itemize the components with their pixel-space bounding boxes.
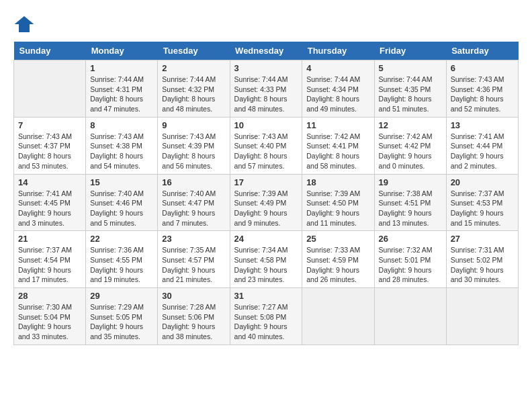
day-info: Sunrise: 7:44 AMSunset: 4:34 PMDaylight:… [306, 75, 369, 114]
weekday-header-row: SundayMondayTuesdayWednesdayThursdayFrid… [14, 42, 519, 60]
day-info: Sunrise: 7:44 AMSunset: 4:31 PMDaylight:… [90, 75, 153, 114]
week-row-2: 7Sunrise: 7:43 AMSunset: 4:37 PMDaylight… [14, 117, 519, 174]
day-number: 30 [162, 291, 225, 301]
weekday-header-saturday: Saturday [446, 42, 518, 60]
day-info: Sunrise: 7:43 AMSunset: 4:37 PMDaylight:… [18, 132, 81, 171]
day-number: 10 [234, 120, 298, 130]
calendar-cell: 28Sunrise: 7:30 AMSunset: 5:04 PMDayligh… [14, 288, 86, 345]
weekday-header-sunday: Sunday [14, 42, 86, 60]
day-info: Sunrise: 7:44 AMSunset: 4:33 PMDaylight:… [234, 75, 298, 114]
day-number: 20 [451, 177, 514, 187]
calendar-cell: 12Sunrise: 7:42 AMSunset: 4:42 PMDayligh… [374, 117, 446, 174]
calendar-cell: 27Sunrise: 7:31 AMSunset: 5:02 PMDayligh… [446, 231, 518, 288]
day-info: Sunrise: 7:32 AMSunset: 5:01 PMDaylight:… [379, 245, 442, 285]
calendar-cell: 13Sunrise: 7:41 AMSunset: 4:44 PMDayligh… [446, 117, 518, 174]
day-number: 17 [234, 177, 298, 187]
day-info: Sunrise: 7:28 AMSunset: 5:06 PMDaylight:… [162, 302, 225, 342]
day-number: 31 [234, 291, 298, 301]
day-info: Sunrise: 7:38 AMSunset: 4:51 PMDaylight:… [379, 189, 442, 228]
day-info: Sunrise: 7:44 AMSunset: 4:32 PMDaylight:… [162, 75, 225, 114]
day-number: 29 [90, 291, 153, 301]
day-info: Sunrise: 7:40 AMSunset: 4:46 PMDaylight:… [90, 189, 153, 228]
calendar-cell: 18Sunrise: 7:39 AMSunset: 4:50 PMDayligh… [302, 174, 374, 231]
day-info: Sunrise: 7:43 AMSunset: 4:38 PMDaylight:… [90, 132, 153, 171]
week-row-3: 14Sunrise: 7:41 AMSunset: 4:45 PMDayligh… [14, 174, 519, 231]
svg-marker-0 [15, 16, 34, 32]
day-info: Sunrise: 7:42 AMSunset: 4:42 PMDaylight:… [379, 132, 442, 171]
calendar-cell: 6Sunrise: 7:43 AMSunset: 4:36 PMDaylight… [446, 60, 518, 118]
day-number: 21 [18, 234, 81, 244]
calendar-cell: 3Sunrise: 7:44 AMSunset: 4:33 PMDaylight… [230, 60, 302, 118]
calendar-cell [302, 288, 374, 345]
day-number: 23 [162, 234, 225, 244]
calendar-cell: 10Sunrise: 7:43 AMSunset: 4:40 PMDayligh… [230, 117, 302, 174]
calendar-cell: 26Sunrise: 7:32 AMSunset: 5:01 PMDayligh… [374, 231, 446, 288]
day-number: 27 [451, 234, 514, 244]
day-number: 15 [90, 177, 153, 187]
day-info: Sunrise: 7:33 AMSunset: 4:59 PMDaylight:… [306, 245, 369, 285]
calendar-cell: 25Sunrise: 7:33 AMSunset: 4:59 PMDayligh… [302, 231, 374, 288]
day-number: 18 [306, 177, 369, 187]
day-number: 6 [451, 63, 514, 73]
day-info: Sunrise: 7:31 AMSunset: 5:02 PMDaylight:… [451, 245, 514, 285]
calendar-cell: 5Sunrise: 7:44 AMSunset: 4:35 PMDaylight… [374, 60, 446, 118]
calendar-cell: 30Sunrise: 7:28 AMSunset: 5:06 PMDayligh… [158, 288, 230, 345]
day-number: 28 [18, 291, 81, 301]
day-number: 14 [18, 177, 81, 187]
calendar-cell: 11Sunrise: 7:42 AMSunset: 4:41 PMDayligh… [302, 117, 374, 174]
calendar-cell [446, 288, 518, 345]
day-number: 24 [234, 234, 298, 244]
calendar-cell: 7Sunrise: 7:43 AMSunset: 4:37 PMDaylight… [14, 117, 86, 174]
day-number: 19 [379, 177, 442, 187]
day-info: Sunrise: 7:30 AMSunset: 5:04 PMDaylight:… [18, 302, 81, 342]
day-number: 3 [234, 63, 298, 73]
day-info: Sunrise: 7:41 AMSunset: 4:45 PMDaylight:… [18, 189, 81, 228]
day-number: 1 [90, 63, 153, 73]
calendar-cell: 21Sunrise: 7:37 AMSunset: 4:54 PMDayligh… [14, 231, 86, 288]
day-number: 7 [18, 120, 81, 130]
calendar-cell: 19Sunrise: 7:38 AMSunset: 4:51 PMDayligh… [374, 174, 446, 231]
calendar-cell: 20Sunrise: 7:37 AMSunset: 4:53 PMDayligh… [446, 174, 518, 231]
calendar-cell: 14Sunrise: 7:41 AMSunset: 4:45 PMDayligh… [14, 174, 86, 231]
calendar-cell: 4Sunrise: 7:44 AMSunset: 4:34 PMDaylight… [302, 60, 374, 118]
day-info: Sunrise: 7:43 AMSunset: 4:39 PMDaylight:… [162, 132, 225, 171]
logo [13, 13, 38, 35]
logo-icon [13, 13, 35, 35]
day-number: 12 [379, 120, 442, 130]
day-info: Sunrise: 7:36 AMSunset: 4:55 PMDaylight:… [90, 245, 153, 285]
day-info: Sunrise: 7:37 AMSunset: 4:53 PMDaylight:… [451, 189, 514, 228]
day-number: 4 [306, 63, 369, 73]
weekday-header-friday: Friday [374, 42, 446, 60]
calendar-cell: 9Sunrise: 7:43 AMSunset: 4:39 PMDaylight… [158, 117, 230, 174]
day-info: Sunrise: 7:43 AMSunset: 4:40 PMDaylight:… [234, 132, 298, 171]
calendar-cell [14, 60, 86, 118]
day-info: Sunrise: 7:42 AMSunset: 4:41 PMDaylight:… [306, 132, 369, 171]
calendar-cell: 8Sunrise: 7:43 AMSunset: 4:38 PMDaylight… [86, 117, 158, 174]
day-number: 5 [379, 63, 442, 73]
weekday-header-thursday: Thursday [302, 42, 374, 60]
day-number: 9 [162, 120, 225, 130]
header [13, 13, 519, 35]
calendar-cell: 16Sunrise: 7:40 AMSunset: 4:47 PMDayligh… [158, 174, 230, 231]
day-info: Sunrise: 7:40 AMSunset: 4:47 PMDaylight:… [162, 189, 225, 228]
day-number: 8 [90, 120, 153, 130]
day-number: 16 [162, 177, 225, 187]
day-number: 13 [451, 120, 514, 130]
calendar-cell: 1Sunrise: 7:44 AMSunset: 4:31 PMDaylight… [86, 60, 158, 118]
calendar-cell: 17Sunrise: 7:39 AMSunset: 4:49 PMDayligh… [230, 174, 302, 231]
day-info: Sunrise: 7:29 AMSunset: 5:05 PMDaylight:… [90, 302, 153, 342]
calendar-cell: 22Sunrise: 7:36 AMSunset: 4:55 PMDayligh… [86, 231, 158, 288]
calendar-cell [374, 288, 446, 345]
day-number: 26 [379, 234, 442, 244]
week-row-4: 21Sunrise: 7:37 AMSunset: 4:54 PMDayligh… [14, 231, 519, 288]
day-number: 2 [162, 63, 225, 73]
weekday-header-wednesday: Wednesday [230, 42, 302, 60]
day-info: Sunrise: 7:35 AMSunset: 4:57 PMDaylight:… [162, 245, 225, 285]
day-info: Sunrise: 7:34 AMSunset: 4:58 PMDaylight:… [234, 245, 298, 285]
calendar-cell: 15Sunrise: 7:40 AMSunset: 4:46 PMDayligh… [86, 174, 158, 231]
day-number: 22 [90, 234, 153, 244]
day-info: Sunrise: 7:43 AMSunset: 4:36 PMDaylight:… [451, 75, 514, 114]
calendar-cell: 23Sunrise: 7:35 AMSunset: 4:57 PMDayligh… [158, 231, 230, 288]
calendar-table: SundayMondayTuesdayWednesdayThursdayFrid… [13, 42, 519, 345]
day-info: Sunrise: 7:37 AMSunset: 4:54 PMDaylight:… [18, 245, 81, 285]
